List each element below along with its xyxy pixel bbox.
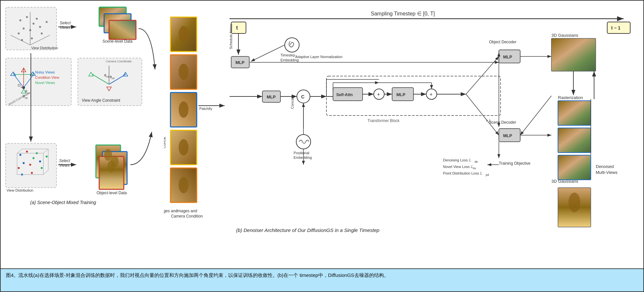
svg-point-7 [39,26,41,28]
svg-rect-196 [558,101,591,125]
svg-line-178 [466,94,499,135]
svg-point-109 [179,177,189,193]
left-panel: View Distribution Select Views [4,4,164,240]
svg-text:MLP: MLP [503,54,512,59]
svg-text:+: + [430,92,433,97]
svg-point-200 [568,193,580,212]
svg-text:Transformer Block: Transformer Block [367,118,400,123]
svg-text:Images and: Images and [164,209,177,213]
svg-text:View Distribution: View Distribution [31,46,58,50]
svg-text:Object Decoder: Object Decoder [489,40,516,44]
svg-text:Patchify: Patchify [199,107,212,111]
main-container: View Distribution Select Views [0,0,644,292]
svg-text:Condition View: Condition View [35,75,59,79]
svg-point-78 [41,167,43,169]
svg-text:3D Gaussians: 3D Gaussians [551,33,578,38]
denoiser-svg: Sampling Timestep ∈ [0, T] t t − 1 Sched… [230,4,640,240]
svg-point-74 [29,164,31,166]
svg-text:t − 1: t − 1 [611,25,621,31]
svg-text:Views: Views [60,25,70,30]
svg-point-97 [107,160,115,172]
svg-text:Schedule Noise: Schedule Noise [230,24,233,49]
svg-text:Multi-Views: Multi-Views [596,170,618,175]
svg-text:Camera Condition: Camera Condition [171,214,203,219]
svg-text:Concat: Concat [164,137,166,148]
svg-point-3 [33,23,34,25]
svg-point-9 [41,32,43,34]
svg-text:cd: cd [106,75,109,78]
svg-text:nv: nv [473,167,476,170]
svg-point-12 [46,21,48,23]
content-area: View Distribution Select Views [1,1,643,268]
svg-point-70 [19,154,21,156]
svg-point-6 [36,18,38,20]
svg-text:Adaptive Layer Normalization: Adaptive Layer Normalization [295,55,343,59]
svg-rect-69 [6,143,56,188]
svg-text:O: O [18,83,21,87]
svg-point-71 [26,151,28,153]
svg-text:Scene Decoder: Scene Decoder [489,120,516,125]
svg-point-2 [26,16,28,18]
svg-point-81 [46,156,48,157]
image-strip-svg: Images and Images and Camera Condition P… [164,7,230,243]
svg-rect-121 [231,22,246,33]
svg-point-73 [23,162,25,164]
svg-text:de: de [475,160,478,163]
svg-text:Noisy Views: Noisy Views [35,70,55,74]
svg-text:MLP: MLP [235,60,245,65]
svg-point-142 [296,135,311,149]
svg-text:cd: cd [112,77,114,80]
svg-point-77 [18,167,20,169]
svg-point-108 [179,139,189,156]
svg-text:Denoised: Denoised [596,164,614,169]
svg-text:+: + [377,92,380,97]
svg-line-207 [520,96,551,135]
svg-text:View Angle Constraint: View Angle Constraint [82,98,121,103]
svg-text:Self-Attn: Self-Attn [336,93,353,97]
right-panel: Sampling Timestep ∈ [0, T] t t − 1 Sched… [230,4,640,240]
svg-text:Rasterization: Rasterization [558,95,583,100]
svg-point-72 [33,157,34,159]
svg-point-80 [31,172,33,174]
svg-text:MLP: MLP [396,92,406,97]
svg-text:Images and: Images and [177,209,197,213]
svg-text:Concat: Concat [290,97,294,109]
svg-text:Select: Select [60,21,71,25]
svg-text:Views: Views [59,163,70,168]
svg-text:t: t [236,25,238,31]
svg-line-132 [251,45,285,61]
svg-text:Denoising Loss ℒ: Denoising Loss ℒ [443,158,471,162]
svg-text:Select: Select [59,158,70,163]
svg-point-95 [104,149,112,161]
svg-rect-0 [6,7,56,50]
svg-point-1 [19,19,21,21]
svg-point-4 [23,28,25,30]
svg-text:C: C [301,94,304,99]
svg-text:dv: dv [25,96,28,99]
svg-text:Timestep: Timestep [280,53,295,57]
caption-text: 图4。流水线(a)在选择场景-对象混合训练的数据时，我们对视点向量的位置和方向施… [6,272,389,278]
svg-text:3D Gaussians: 3D Gaussians [551,179,578,184]
svg-text:Scene-level Data: Scene-level Data [102,39,133,44]
svg-text:Positional: Positional [294,151,309,155]
svg-text:Camera Coordinate: Camera Coordinate [106,60,132,63]
svg-text:Training Objective: Training Objective [499,161,531,166]
svg-text:(a) Scene-Object Mixed Trainin: (a) Scene-Object Mixed Training [30,200,96,205]
svg-text:(b) Denoiser Architecture of O: (b) Denoiser Architecture of Our Diffusi… [236,227,379,233]
svg-text:MLP: MLP [503,133,512,138]
left-diagram-svg: View Distribution Select Views [4,4,165,240]
svg-text:Embedding: Embedding [294,156,312,159]
middle-panel: Images and Images and Camera Condition P… [164,7,230,265]
svg-text:cd: cd [27,92,30,94]
caption-bar: 图4。流水线(a)在选择场景-对象混合训练的数据时，我们对视点向量的位置和方向施… [1,268,643,291]
svg-text:Sampling Timestep ∈ [0, T]: Sampling Timestep ∈ [0, T] [371,11,435,16]
svg-text:Point Distribution Loss ℒ: Point Distribution Loss ℒ [443,171,483,175]
svg-rect-23 [109,20,136,39]
svg-text:Novel View Loss ℒ: Novel View Loss ℒ [443,165,473,169]
svg-text:Novel Views: Novel Views [35,81,55,85]
svg-point-105 [179,26,189,42]
svg-point-107 [179,101,189,118]
svg-point-8 [18,32,20,34]
svg-text:Object-level Data: Object-level Data [97,191,127,195]
svg-rect-197 [558,128,591,153]
